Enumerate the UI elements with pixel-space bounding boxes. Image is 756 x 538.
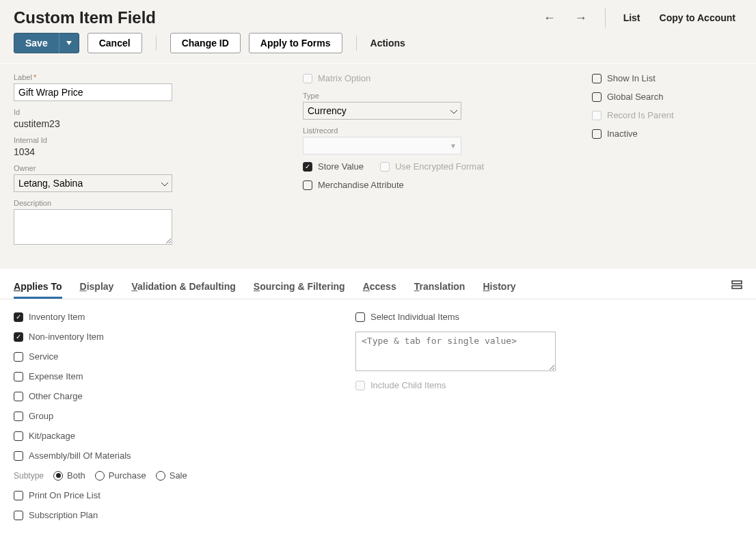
select-individual-items-checkbox[interactable]: Select Individual Items	[355, 312, 670, 322]
subtype-sale-radio[interactable]: Sale	[156, 470, 187, 481]
subtype-both-radio[interactable]: Both	[53, 470, 85, 481]
apply-to-forms-button[interactable]: Apply to Forms	[249, 33, 342, 53]
change-id-button[interactable]: Change ID	[170, 33, 241, 53]
inventory-item-checkbox[interactable]: Inventory Item	[14, 312, 328, 322]
kit-package-checkbox[interactable]: Kit/package	[14, 431, 328, 441]
id-label: Id	[14, 108, 275, 116]
label-label: Label*	[14, 73, 275, 81]
global-search-checkbox[interactable]: Global Search	[592, 92, 742, 102]
subtype-purchase-radio[interactable]: Purchase	[95, 470, 146, 481]
internal-id-value: 1034	[14, 146, 275, 157]
listrecord-label: List/record	[303, 126, 565, 135]
owner-label: Owner	[14, 164, 275, 172]
other-charge-checkbox[interactable]: Other Charge	[14, 391, 328, 401]
merchandise-attribute-checkbox[interactable]: Merchandise Attribute	[303, 180, 565, 190]
assembly-checkbox[interactable]: Assembly/bill Of Materials	[14, 450, 328, 461]
svg-rect-0	[732, 281, 742, 284]
prev-record-button[interactable]: ←	[537, 11, 563, 25]
header-actions: ← → List Copy to Account	[537, 8, 742, 27]
chevron-down-icon	[66, 41, 72, 45]
listrecord-select: ▼	[303, 137, 461, 154]
include-child-items-checkbox: Include Child Items	[355, 380, 670, 390]
service-checkbox[interactable]: Service	[14, 351, 328, 362]
list-button[interactable]: List	[617, 10, 647, 26]
owner-select[interactable]: Letang, Sabina	[14, 174, 172, 192]
svg-rect-1	[732, 286, 742, 288]
tab-translation[interactable]: Translation	[414, 281, 465, 299]
subtype-label: Subtype	[14, 471, 44, 481]
label-input[interactable]	[14, 83, 172, 101]
save-button[interactable]: Save	[14, 33, 59, 53]
page-title: Custom Item Field	[14, 8, 156, 27]
type-label: Type	[303, 92, 565, 100]
description-label: Description	[14, 199, 275, 207]
id-value: custitem23	[14, 118, 275, 129]
actions-menu[interactable]: Actions	[370, 38, 405, 49]
subscription-plan-checkbox[interactable]: Subscription Plan	[14, 510, 328, 520]
record-is-parent-checkbox: Record Is Parent	[592, 110, 742, 120]
group-checkbox[interactable]: Group	[14, 411, 328, 421]
description-textarea[interactable]	[14, 209, 172, 245]
store-value-checkbox[interactable]: Store Value	[303, 161, 364, 172]
show-in-list-checkbox[interactable]: Show In List	[592, 73, 742, 83]
type-select[interactable]: Currency	[303, 102, 461, 120]
tab-history[interactable]: History	[483, 281, 515, 299]
print-on-price-list-checkbox[interactable]: Print On Price List	[14, 490, 328, 500]
non-inventory-item-checkbox[interactable]: Non-inventory Item	[14, 332, 328, 342]
inactive-checkbox[interactable]: Inactive	[592, 129, 742, 139]
matrix-option-checkbox: Matrix Option	[303, 73, 565, 83]
expense-item-checkbox[interactable]: Expense Item	[14, 371, 328, 381]
layout-icon[interactable]	[731, 280, 742, 299]
tab-access[interactable]: Access	[363, 281, 396, 299]
individual-items-textarea[interactable]	[355, 332, 556, 371]
use-encrypted-checkbox: Use Encrypted Format	[380, 161, 484, 172]
tab-validation[interactable]: Validation & Defaulting	[131, 281, 235, 299]
divider	[356, 36, 357, 51]
next-record-button[interactable]: →	[568, 11, 594, 25]
tab-display[interactable]: Display	[80, 281, 114, 299]
divider	[605, 8, 606, 27]
tab-sourcing[interactable]: Sourcing & Filtering	[254, 281, 345, 299]
divider	[156, 36, 157, 51]
tab-applies-to[interactable]: Applies To	[14, 281, 62, 299]
top-toolbar: Save Cancel Change ID Apply to Forms Act…	[14, 33, 742, 63]
internal-id-label: Internal Id	[14, 136, 275, 144]
save-dropdown-button[interactable]	[59, 33, 79, 53]
copy-to-account-button[interactable]: Copy to Account	[653, 10, 742, 26]
cancel-button[interactable]: Cancel	[87, 33, 142, 53]
